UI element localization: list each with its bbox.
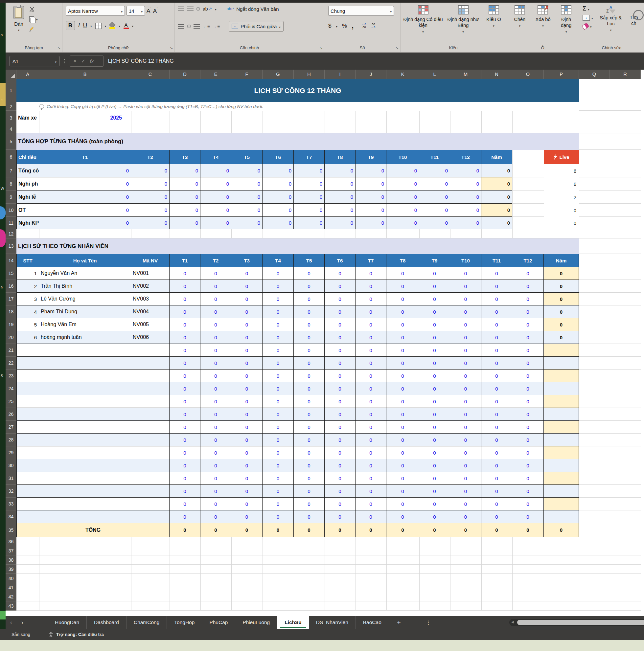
cell-I28[interactable]: 0 <box>325 434 356 446</box>
cell-N19[interactable]: 0 <box>481 318 512 331</box>
cell-B31[interactable] <box>39 472 131 485</box>
cell-P8[interactable]: 6 <box>544 177 579 190</box>
col-header-F[interactable]: F <box>231 70 263 79</box>
cell-J24[interactable]: 0 <box>356 382 387 395</box>
cell-A1-title[interactable]: LỊCH SỬ CÔNG 12 THÁNG <box>17 79 579 102</box>
cell-B15[interactable]: Nguyễn Văn An <box>39 267 131 280</box>
cell-M18[interactable]: 0 <box>450 306 481 318</box>
cell-G10[interactable]: 0 <box>263 204 294 217</box>
col-header-R[interactable]: R <box>610 70 641 79</box>
cell-B8[interactable]: 0 <box>39 177 131 190</box>
row-header-29[interactable]: 29 <box>6 446 17 459</box>
cell-G20[interactable]: 0 <box>263 331 294 344</box>
cell-O30[interactable]: 0 <box>512 459 544 472</box>
cell-C30[interactable] <box>131 459 170 472</box>
cell-H34[interactable]: 0 <box>294 510 325 523</box>
cell-E32[interactable]: 0 <box>201 485 231 498</box>
row-header-10[interactable]: 10 <box>6 204 17 217</box>
cell-F25[interactable]: 0 <box>231 395 263 408</box>
row-header-18[interactable]: 18 <box>6 306 17 318</box>
cell-E20[interactable]: 0 <box>201 331 231 344</box>
cell-D10[interactable]: 0 <box>170 204 201 217</box>
col-header-E[interactable]: E <box>201 70 231 79</box>
row-header-32[interactable]: 32 <box>6 485 17 498</box>
row-header-31[interactable]: 31 <box>6 472 17 485</box>
cell-P24[interactable] <box>544 382 579 395</box>
cell-F7[interactable]: 0 <box>231 164 263 177</box>
cell-B23[interactable] <box>39 370 131 382</box>
cell-B3-year-value[interactable]: 2025 <box>39 111 131 125</box>
cell-G8[interactable]: 0 <box>263 177 294 190</box>
cell-F30[interactable]: 0 <box>231 459 263 472</box>
cell-A34[interactable] <box>17 510 39 523</box>
cell-D22[interactable]: 0 <box>170 357 201 370</box>
cell-H8[interactable]: 0 <box>294 177 325 190</box>
cell-N25[interactable]: 0 <box>481 395 512 408</box>
cell-G32[interactable]: 0 <box>263 485 294 498</box>
cell-N28[interactable]: 0 <box>481 434 512 446</box>
cell-C26[interactable] <box>131 408 170 421</box>
sheet-tab-PhieuLuong[interactable]: PhieuLuong <box>235 616 277 629</box>
cell-M28[interactable]: 0 <box>450 434 481 446</box>
cell-I17[interactable]: 0 <box>325 293 356 306</box>
cell-A33[interactable] <box>17 498 39 510</box>
cell-K10[interactable]: 0 <box>387 204 419 217</box>
cell-M17[interactable]: 0 <box>450 293 481 306</box>
cell-I35[interactable]: 0 <box>325 523 356 537</box>
cell-I31[interactable]: 0 <box>325 472 356 485</box>
cell-B25[interactable] <box>39 395 131 408</box>
cell-J11[interactable]: 0 <box>356 217 387 229</box>
cell-G15[interactable]: 0 <box>263 267 294 280</box>
cell-L19[interactable]: 0 <box>419 318 450 331</box>
cell-L33[interactable]: 0 <box>419 498 450 510</box>
cell-K35[interactable]: 0 <box>387 523 419 537</box>
cell-J34[interactable]: 0 <box>356 510 387 523</box>
cell-F8[interactable]: 0 <box>231 177 263 190</box>
cell-A20[interactable]: 6 <box>17 331 39 344</box>
row-header-41[interactable]: 41 <box>6 583 17 592</box>
cell-G19[interactable]: 0 <box>263 318 294 331</box>
summary-header-T2[interactable]: T2 <box>131 150 170 164</box>
cell-D26[interactable]: 0 <box>170 408 201 421</box>
cell-B34[interactable] <box>39 510 131 523</box>
cell-O31[interactable]: 0 <box>512 472 544 485</box>
cell-L32[interactable]: 0 <box>419 485 450 498</box>
cell-P35[interactable]: 0 <box>544 523 579 537</box>
cell-E34[interactable]: 0 <box>201 510 231 523</box>
cell-C29[interactable] <box>131 446 170 459</box>
cell-D32[interactable]: 0 <box>170 485 201 498</box>
cell-A9[interactable]: Nghỉ lễ <box>17 190 39 204</box>
cell-K9[interactable]: 0 <box>387 190 419 204</box>
cell-M29[interactable]: 0 <box>450 446 481 459</box>
cell-M16[interactable]: 0 <box>450 280 481 293</box>
cell-K21[interactable]: 0 <box>387 344 419 357</box>
cell-N16[interactable]: 0 <box>481 280 512 293</box>
cell-F15[interactable]: 0 <box>231 267 263 280</box>
sheet-tab-ChamCong[interactable]: ChamCong <box>126 616 167 629</box>
row-header-20[interactable]: 20 <box>6 331 17 344</box>
cell-E33[interactable]: 0 <box>201 498 231 510</box>
cell-B16[interactable]: Trần Thị Bình <box>39 280 131 293</box>
cell-I25[interactable]: 0 <box>325 395 356 408</box>
cell-N15[interactable]: 0 <box>481 267 512 280</box>
cell-C9[interactable]: 0 <box>131 190 170 204</box>
cell-N21[interactable]: 0 <box>481 344 512 357</box>
cell-M11[interactable]: 0 <box>450 217 481 229</box>
cell-H16[interactable]: 0 <box>294 280 325 293</box>
cell-C15[interactable]: NV001 <box>131 267 170 280</box>
cell-J29[interactable]: 0 <box>356 446 387 459</box>
cell-L10[interactable]: 0 <box>419 204 450 217</box>
summary-header-T3[interactable]: T3 <box>170 150 201 164</box>
cell-C33[interactable] <box>131 498 170 510</box>
cell-P34[interactable] <box>544 510 579 523</box>
next-sheet-button[interactable] <box>17 616 28 629</box>
row-header-27[interactable]: 27 <box>6 421 17 434</box>
cell-C19[interactable]: NV005 <box>131 318 170 331</box>
summary-header-T4[interactable]: T4 <box>201 150 231 164</box>
cell-G9[interactable]: 0 <box>263 190 294 204</box>
cell-J27[interactable]: 0 <box>356 421 387 434</box>
col-header-I[interactable]: I <box>325 70 356 79</box>
cell-C31[interactable] <box>131 472 170 485</box>
col-header-D[interactable]: D <box>170 70 201 79</box>
cell-E28[interactable]: 0 <box>201 434 231 446</box>
